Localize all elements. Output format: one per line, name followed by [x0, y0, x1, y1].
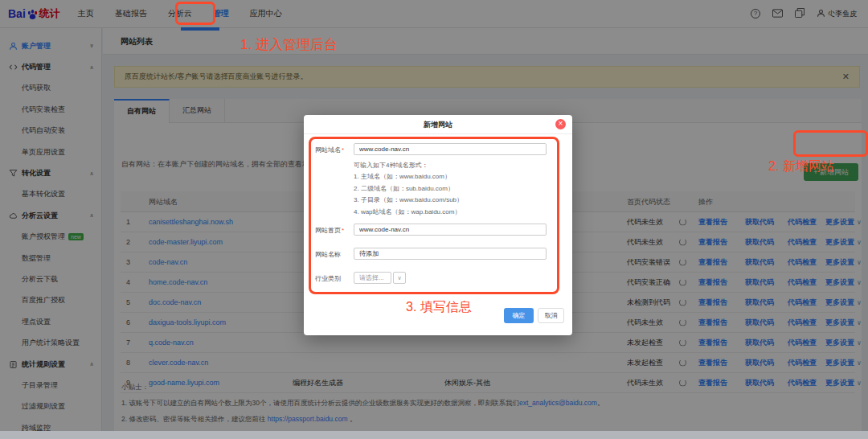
site-name-input[interactable]	[354, 248, 547, 260]
domain-help-line: 可输入如下4种域名形式：	[354, 160, 463, 171]
site-name-field-label: 网站名称	[315, 250, 352, 259]
annotation-step-1: 1. 进入管理后台	[240, 35, 338, 54]
annotation-step-2: 2. 新增网站	[768, 158, 834, 175]
required-mark: *	[342, 146, 344, 154]
close-icon[interactable]: ×	[555, 119, 566, 129]
domain-help-line: 2. 二级域名（如：sub.baidu.com）	[354, 183, 463, 195]
chevron-down-icon[interactable]: ∨	[393, 272, 406, 284]
homepage-field-label: 网站首页*	[315, 226, 352, 235]
domain-help-line: 1. 主域名（如：www.baidu.com）	[354, 171, 463, 183]
annotation-step-3: 3. 填写信息	[406, 299, 472, 316]
cancel-button[interactable]: 取消	[538, 308, 564, 323]
industry-select[interactable]: 请选择...	[354, 272, 391, 284]
domain-field-label: 网站域名*	[315, 146, 352, 154]
industry-field-label: 行业类别	[315, 274, 352, 283]
domain-help-text: 可输入如下4种域名形式：1. 主域名（如：www.baidu.com）2. 二级…	[354, 160, 463, 218]
modal-title: 新增网站	[304, 115, 572, 134]
required-mark: *	[342, 227, 344, 234]
baidu-tongji-app: Bai 统计 主页 基础报告 分析云 管理 应用中心 ? 尐李鱼皮 账户管理∨代…	[0, 0, 868, 439]
window-bottom-strip	[0, 431, 868, 439]
domain-help-line: 3. 子目录（如：www.baidu.com/sub）	[354, 195, 463, 206]
domain-help-line: 4. wap站域名（如：wap.baidu.com）	[354, 207, 463, 218]
homepage-input[interactable]	[354, 224, 547, 236]
domain-input[interactable]	[354, 143, 547, 155]
confirm-button[interactable]: 确定	[504, 308, 534, 323]
